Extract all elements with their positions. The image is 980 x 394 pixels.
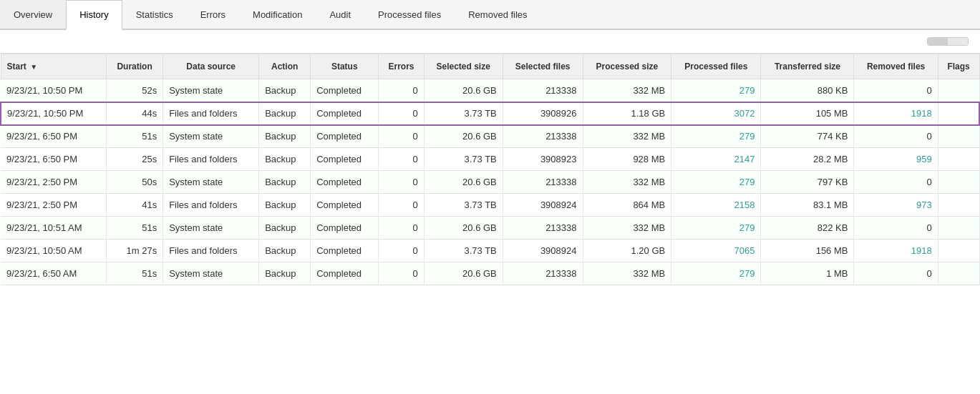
col-header-start[interactable]: Start ▼ (1, 54, 107, 79)
cell-transferred_size: 105 MB (761, 102, 854, 125)
cell-processed_size: 1.18 GB (583, 102, 671, 125)
table-row[interactable]: 9/23/21, 2:50 PM50sSystem stateBackupCom… (1, 171, 979, 194)
cell-datasource: Files and folders (163, 194, 259, 217)
history-table: Start ▼DurationData sourceActionStatusEr… (0, 54, 980, 285)
cell-removed_files: 0 (854, 125, 938, 148)
cell-action: Backup (259, 262, 311, 285)
col-header-errors: Errors (379, 54, 424, 79)
cell-action: Backup (259, 79, 311, 102)
tab-overview[interactable]: Overview (0, 0, 66, 29)
cell-errors: 0 (379, 262, 424, 285)
cell-errors: 0 (379, 102, 424, 125)
cell-start: 9/23/21, 2:50 PM (1, 171, 107, 194)
cell-errors: 0 (379, 79, 424, 102)
cell-processed_files[interactable]: 279 (671, 79, 761, 102)
table-row[interactable]: 9/23/21, 6:50 AM51sSystem stateBackupCom… (1, 262, 979, 285)
table-row[interactable]: 9/23/21, 6:50 PM25sFiles and foldersBack… (1, 148, 979, 171)
cell-errors: 0 (379, 125, 424, 148)
tab-errors[interactable]: Errors (187, 0, 239, 29)
col-header-removed_files: Removed files (854, 54, 938, 79)
view-toggle (927, 37, 969, 46)
col-header-transferred_size: Transferred size (761, 54, 854, 79)
tab-bar: OverviewHistoryStatisticsErrorsModificat… (0, 0, 980, 30)
cell-duration: 52s (107, 79, 163, 102)
cell-status: Completed (311, 125, 379, 148)
cell-processed_files[interactable]: 279 (671, 217, 761, 240)
cell-duration: 1m 27s (107, 240, 163, 262)
cell-selected_size: 20.6 GB (424, 217, 503, 240)
cell-duration: 44s (107, 102, 163, 125)
tab-processed-files[interactable]: Processed files (364, 0, 455, 29)
cell-duration: 51s (107, 262, 163, 285)
cell-removed_files[interactable]: 973 (854, 194, 938, 217)
cell-processed_files[interactable]: 279 (671, 125, 761, 148)
table-row[interactable]: 9/23/21, 10:51 AM51sSystem stateBackupCo… (1, 217, 979, 240)
cell-status: Completed (311, 79, 379, 102)
cell-selected_files: 213338 (503, 171, 583, 194)
cell-processed_files[interactable]: 279 (671, 262, 761, 285)
tab-removed-files[interactable]: Removed files (455, 0, 540, 29)
col-header-selected_size: Selected size (424, 54, 503, 79)
tab-audit[interactable]: Audit (316, 0, 364, 29)
cell-selected_files: 213338 (503, 262, 583, 285)
cell-errors: 0 (379, 194, 424, 217)
btn-last28[interactable] (928, 38, 948, 45)
col-header-duration: Duration (107, 54, 163, 79)
cell-processed_files[interactable]: 7065 (671, 240, 761, 262)
cell-selected_size: 3.73 TB (424, 102, 503, 125)
tab-modification[interactable]: Modification (239, 0, 316, 29)
table-row[interactable]: 9/23/21, 2:50 PM41sFiles and foldersBack… (1, 194, 979, 217)
cell-processed_size: 332 MB (583, 79, 671, 102)
cell-processed_size: 864 MB (583, 194, 671, 217)
cell-start: 9/23/21, 10:50 AM (1, 240, 107, 262)
cell-action: Backup (259, 217, 311, 240)
cell-start: 9/23/21, 10:50 PM (1, 79, 107, 102)
cell-datasource: System state (163, 79, 259, 102)
cell-processed_files[interactable]: 2147 (671, 148, 761, 171)
cell-removed_files[interactable]: 1918 (854, 102, 938, 125)
cell-duration: 25s (107, 148, 163, 171)
cell-processed_files[interactable]: 2158 (671, 194, 761, 217)
cell-processed_size: 332 MB (583, 217, 671, 240)
col-header-processed_files: Processed files (671, 54, 761, 79)
cell-selected_size: 3.73 TB (424, 240, 503, 262)
cell-flags (938, 148, 979, 171)
col-header-processed_size: Processed size (583, 54, 671, 79)
cell-selected_files: 3908924 (503, 194, 583, 217)
col-header-selected_files: Selected files (503, 54, 583, 79)
cell-duration: 51s (107, 125, 163, 148)
sort-arrow: ▼ (30, 63, 37, 71)
cell-selected_size: 20.6 GB (424, 262, 503, 285)
cell-selected_files: 3908924 (503, 240, 583, 262)
cell-processed_files[interactable]: 279 (671, 171, 761, 194)
table-row[interactable]: 9/23/21, 10:50 PM52sSystem stateBackupCo… (1, 79, 979, 102)
cell-flags (938, 262, 979, 285)
cell-processed_files[interactable]: 3072 (671, 102, 761, 125)
cell-transferred_size: 83.1 MB (761, 194, 854, 217)
cell-flags (938, 171, 979, 194)
cell-selected_files: 213338 (503, 125, 583, 148)
cell-transferred_size: 880 KB (761, 79, 854, 102)
cell-duration: 41s (107, 194, 163, 217)
header-bar (0, 30, 980, 53)
app-container: OverviewHistoryStatisticsErrorsModificat… (0, 0, 980, 285)
cell-processed_size: 332 MB (583, 171, 671, 194)
cell-action: Backup (259, 240, 311, 262)
cell-action: Backup (259, 102, 311, 125)
cell-removed_files: 0 (854, 171, 938, 194)
cell-transferred_size: 28.2 MB (761, 148, 854, 171)
cell-duration: 51s (107, 217, 163, 240)
cell-datasource: System state (163, 125, 259, 148)
tab-statistics[interactable]: Statistics (122, 0, 187, 29)
table-row[interactable]: 9/23/21, 10:50 AM1m 27sFiles and folders… (1, 240, 979, 262)
cell-errors: 0 (379, 171, 424, 194)
cell-removed_files[interactable]: 1918 (854, 240, 938, 262)
cell-removed_files[interactable]: 959 (854, 148, 938, 171)
cell-datasource: System state (163, 217, 259, 240)
btn-all-sessions[interactable] (948, 38, 968, 45)
tab-history[interactable]: History (66, 0, 122, 30)
cell-selected_size: 20.6 GB (424, 171, 503, 194)
table-row[interactable]: 9/23/21, 10:50 PM44sFiles and foldersBac… (1, 102, 979, 125)
cell-selected_size: 3.73 TB (424, 148, 503, 171)
table-row[interactable]: 9/23/21, 6:50 PM51sSystem stateBackupCom… (1, 125, 979, 148)
